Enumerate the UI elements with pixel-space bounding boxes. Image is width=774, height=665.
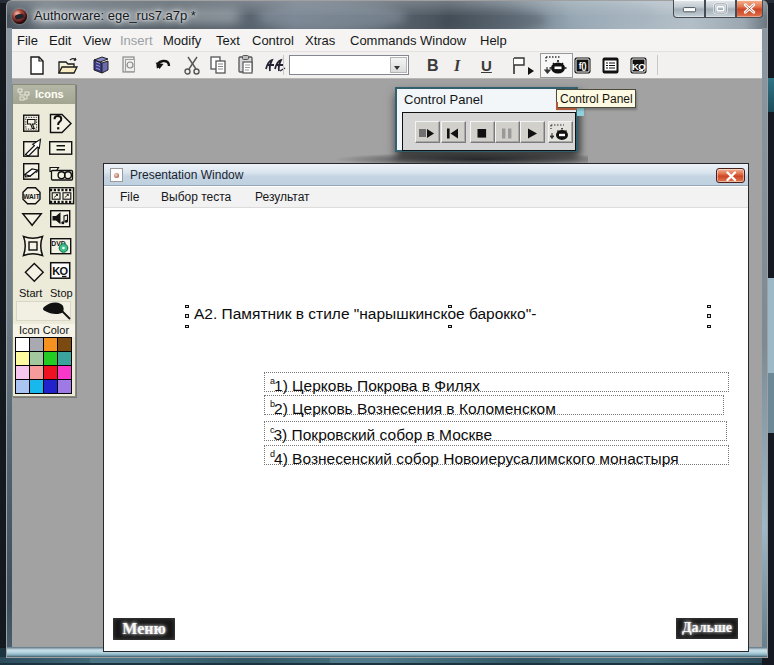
svg-text:f(): f() [579, 61, 587, 71]
svg-text:KO: KO [632, 61, 645, 72]
svg-text:KO: KO [52, 265, 68, 277]
svg-text:WAIT: WAIT [23, 193, 39, 200]
